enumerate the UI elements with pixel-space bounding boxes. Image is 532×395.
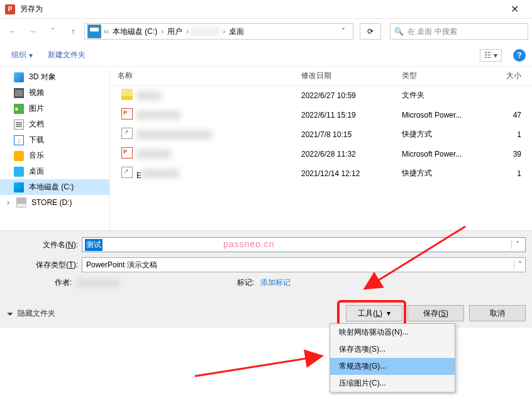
file-row[interactable]: 2022/6/11 15:19 Microsoft Power... 47 xyxy=(110,105,532,125)
savetype-value: PowerPoint 演示文稿 xyxy=(82,260,514,270)
sidebar-item-label: 本地磁盘 (C:) xyxy=(29,182,74,192)
savetype-label: 保存类型(T): xyxy=(6,260,82,270)
new-folder-label: 新建文件夹 xyxy=(48,50,86,60)
filename-input[interactable]: 测试 ˅ xyxy=(82,237,526,252)
powerpoint-app-icon: P xyxy=(5,4,15,14)
body-area: 3D 对象 视频 图片 文档 ↓下载 音乐 桌面 本地磁盘 (C:) ›STOR… xyxy=(0,67,532,230)
view-mode-button[interactable]: ☷ ▾ xyxy=(480,49,502,62)
tag-label: 标记: xyxy=(226,277,258,288)
chevron-right-icon[interactable]: ‹‹ xyxy=(104,27,109,36)
file-size: 39 xyxy=(490,150,528,159)
savetype-combobox[interactable]: PowerPoint 演示文稿 ˅ xyxy=(82,257,526,272)
filename-partial: E xyxy=(136,171,141,180)
crumb-desktop[interactable]: 桌面 xyxy=(226,26,247,37)
address-bar[interactable]: ‹‹ 本地磁盘 (C:) › 用户 › › 桌面 ˅ xyxy=(84,23,353,40)
add-tag-link[interactable]: 添加标记 xyxy=(260,277,291,288)
hide-folders-toggle[interactable]: 🞃 隐藏文件夹 xyxy=(6,308,55,319)
col-date[interactable]: 修改日期 xyxy=(301,70,402,81)
file-type: 文件夹 xyxy=(402,90,490,101)
sidebar-item-label: 桌面 xyxy=(29,166,44,177)
help-button[interactable]: ? xyxy=(513,49,526,62)
author-value-redacted[interactable] xyxy=(75,279,119,287)
sidebar-item-drive-d[interactable]: ›STORE (D:) xyxy=(0,195,109,210)
author-label: 作者: xyxy=(44,277,75,288)
file-row[interactable]: 2022/6/28 11:32 Microsoft Power... 39 xyxy=(110,144,532,164)
sidebar-item-pictures[interactable]: 图片 xyxy=(0,101,109,116)
file-date: 2022/6/27 10:59 xyxy=(301,91,402,100)
sidebar-item-label: 视频 xyxy=(29,87,44,98)
sidebar-item-music[interactable]: 音乐 xyxy=(0,148,109,164)
menu-general-options[interactable]: 常规选项(G)... xyxy=(330,358,455,375)
folder-icon xyxy=(121,89,133,100)
sidebar-item-3d[interactable]: 3D 对象 xyxy=(0,69,109,85)
file-date: 2021/7/8 10:15 xyxy=(301,130,402,139)
ppt-icon xyxy=(121,108,133,120)
file-size: 47 xyxy=(490,111,528,120)
chevron-down-icon: ▾ xyxy=(29,51,33,60)
col-size[interactable]: 大小 xyxy=(490,70,528,81)
recent-dropdown[interactable]: ˅ xyxy=(44,23,62,40)
menu-save-options[interactable]: 保存选项(S)... xyxy=(330,341,455,358)
crumb-drive[interactable]: 本地磁盘 (C:) xyxy=(110,26,160,37)
new-folder-button[interactable]: 新建文件夹 xyxy=(43,47,91,63)
crumb-redacted[interactable] xyxy=(190,27,221,36)
save-button[interactable]: 保存(S) xyxy=(407,305,464,321)
chevron-up-icon: 🞃 xyxy=(6,309,14,318)
shortcut-icon xyxy=(121,128,133,139)
pictures-icon xyxy=(14,104,24,114)
chevron-down-icon: ▾ xyxy=(494,51,497,60)
sidebar-item-desktop[interactable]: 桌面 xyxy=(0,164,109,179)
close-button[interactable]: ✕ xyxy=(502,3,527,15)
toolbar: 组织 ▾ 新建文件夹 ☷ ▾ ? xyxy=(0,44,532,67)
filename-redacted xyxy=(141,169,179,178)
footer: 🞃 隐藏文件夹 工具(L) ▾ 保存(S) 取消 xyxy=(0,293,532,328)
filename-dropdown[interactable]: ˅ xyxy=(511,240,523,249)
chevron-right-icon[interactable]: › xyxy=(223,27,225,36)
desktop-icon xyxy=(14,167,24,177)
search-icon: 🔍 xyxy=(394,27,404,36)
menu-map-network-drive[interactable]: 映射网络驱动器(N)... xyxy=(330,324,455,341)
col-name[interactable]: 名称 xyxy=(113,70,301,81)
file-size: 1 xyxy=(490,169,528,178)
file-row[interactable]: 2021/7/8 10:15 快捷方式 1 xyxy=(110,125,532,144)
sidebar-item-downloads[interactable]: ↓下载 xyxy=(0,132,109,148)
chevron-right-icon[interactable]: › xyxy=(186,27,189,36)
up-button[interactable]: ↑ xyxy=(64,23,82,40)
savetype-dropdown[interactable]: ˅ xyxy=(514,260,525,269)
tools-menu: 映射网络驱动器(N)... 保存选项(S)... 常规选项(G)... 压缩图片… xyxy=(330,323,455,392)
back-button[interactable]: ← xyxy=(4,23,21,40)
file-row[interactable]: E 2021/12/14 12:12 快捷方式 1 xyxy=(110,164,532,183)
chevron-right-icon[interactable]: › xyxy=(161,27,163,36)
tools-button[interactable]: 工具(L) ▾ xyxy=(346,305,402,321)
save-panel: 文件名(N): 测试 ˅ 保存类型(T): PowerPoint 演示文稿 ˅ … xyxy=(0,230,532,293)
col-type[interactable]: 类型 xyxy=(402,70,490,81)
filename-redacted xyxy=(136,150,171,159)
tree-expand-icon[interactable]: › xyxy=(5,198,11,207)
sidebar-item-label: 3D 对象 xyxy=(29,72,56,82)
refresh-button[interactable]: ⟳ xyxy=(360,23,381,40)
file-type: Microsoft Power... xyxy=(402,111,490,120)
forward-button: → xyxy=(24,23,42,40)
file-row[interactable]: 2022/6/27 10:59 文件夹 xyxy=(110,86,532,105)
window-title: 另存为 xyxy=(20,4,502,14)
crumb-users[interactable]: 用户 xyxy=(165,26,185,37)
search-placeholder: 在 桌面 中搜索 xyxy=(407,26,457,37)
file-type: 快捷方式 xyxy=(402,168,490,179)
sidebar-item-documents[interactable]: 文档 xyxy=(0,116,109,132)
sidebar-item-video[interactable]: 视频 xyxy=(0,85,109,101)
file-date: 2021/12/14 12:12 xyxy=(301,169,402,178)
organize-button[interactable]: 组织 ▾ xyxy=(6,47,38,63)
search-input[interactable]: 🔍 在 桌面 中搜索 xyxy=(390,23,528,40)
file-type: 快捷方式 xyxy=(402,129,490,140)
address-dropdown[interactable]: ˅ xyxy=(336,27,350,36)
menu-compress-pictures[interactable]: 压缩图片(C)... xyxy=(330,375,455,392)
downloads-icon: ↓ xyxy=(14,135,24,145)
filename-redacted xyxy=(136,111,180,120)
file-type: Microsoft Power... xyxy=(402,150,490,159)
cancel-button[interactable]: 取消 xyxy=(469,305,526,321)
sidebar-item-label: STORE (D:) xyxy=(31,198,72,207)
navbar: ← → ˅ ↑ ‹‹ 本地磁盘 (C:) › 用户 › › 桌面 ˅ ⟳ 🔍 在… xyxy=(0,19,532,44)
sidebar-item-drive-c[interactable]: 本地磁盘 (C:) xyxy=(0,179,109,195)
file-date: 2022/6/11 15:19 xyxy=(301,111,402,120)
video-icon xyxy=(14,88,24,98)
